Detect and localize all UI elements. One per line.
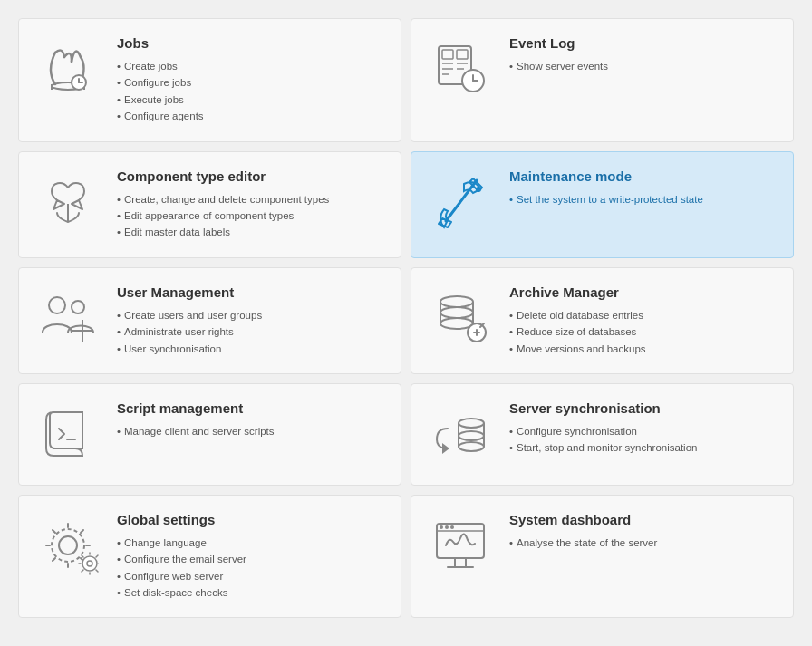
global-settings-items: Change languageConfigure the email serve…: [117, 535, 384, 602]
jobs-items: Create jobsConfigure jobsExecute jobsCon…: [117, 58, 384, 125]
list-item: Show server events: [509, 58, 777, 74]
global-settings-title: Global settings: [117, 512, 384, 527]
jobs-title: Jobs: [117, 35, 384, 51]
list-item: Reduce size of databases: [509, 323, 777, 340]
list-item: Set disk-space checks: [117, 584, 384, 601]
list-item: User synchronisation: [117, 341, 384, 357]
card-script-management[interactable]: Script managementManage client and serve…: [18, 383, 401, 486]
maintenance-mode-title: Maintenance mode: [509, 169, 777, 184]
server-synchronisation-items: Configure synchronisationStart, stop and…: [509, 423, 777, 457]
server-synchronisation-title: Server synchronisation: [509, 400, 777, 416]
list-item: Configure web server: [117, 568, 384, 584]
card-component-type-editor[interactable]: Component type editorCreate, change and …: [18, 151, 401, 258]
svg-point-19: [476, 187, 481, 192]
list-item: Configure synchronisation: [509, 423, 777, 439]
list-item: Edit master data labels: [117, 224, 384, 240]
svg-rect-39: [437, 524, 484, 558]
script-management-icon: [32, 400, 104, 468]
list-item: Execute jobs: [117, 92, 384, 108]
card-global-settings[interactable]: Global settingsChange languageConfigure …: [18, 495, 401, 619]
svg-point-26: [440, 318, 473, 329]
svg-rect-8: [457, 50, 468, 59]
system-dashboard-icon: [424, 512, 497, 580]
maintenance-mode-items: Set the system to a write-protected stat…: [509, 191, 777, 207]
svg-point-24: [440, 296, 473, 307]
archive-manager-title: Archive Manager: [509, 284, 777, 300]
event-log-title: Event Log: [509, 35, 777, 51]
list-item: Create users and user groups: [117, 307, 384, 323]
list-item: Configure the email server: [117, 551, 384, 567]
script-management-content: Script managementManage client and serve…: [117, 400, 384, 439]
card-event-log[interactable]: Event LogShow server events: [411, 18, 794, 142]
maintenance-mode-icon: [424, 169, 497, 236]
list-item: Move versions and backups: [509, 341, 777, 357]
list-item: Start, stop and monitor synchronisation: [509, 439, 777, 456]
event-log-items: Show server events: [509, 58, 777, 74]
svg-point-36: [52, 529, 84, 562]
script-management-title: Script management: [117, 400, 384, 416]
svg-rect-7: [442, 50, 453, 59]
event-log-content: Event LogShow server events: [509, 35, 777, 74]
main-grid: JobsCreate jobsConfigure jobsExecute job…: [18, 18, 794, 618]
event-log-icon: [424, 35, 497, 103]
list-item: Set the system to a write-protected stat…: [509, 191, 777, 207]
svg-point-37: [82, 556, 97, 571]
svg-line-18: [446, 180, 477, 221]
svg-point-35: [59, 536, 77, 554]
card-maintenance-mode[interactable]: Maintenance modeSet the system to a writ…: [411, 151, 794, 258]
user-management-icon: [32, 284, 104, 352]
component-type-editor-items: Create, change and delete component type…: [117, 191, 384, 241]
card-jobs[interactable]: JobsCreate jobsConfigure jobsExecute job…: [18, 18, 401, 142]
svg-point-25: [440, 307, 473, 318]
component-type-editor-icon: [32, 169, 104, 236]
archive-manager-items: Delete old database entriesReduce size o…: [509, 307, 777, 357]
card-system-dashboard[interactable]: System dashboardAnalyse the state of the…: [411, 495, 794, 619]
user-management-items: Create users and user groupsAdministrate…: [117, 307, 384, 357]
svg-point-20: [49, 297, 65, 313]
user-management-content: User ManagementCreate users and user gro…: [117, 284, 384, 357]
svg-point-42: [445, 525, 449, 529]
card-server-synchronisation[interactable]: Server synchronisationConfigure synchron…: [411, 383, 794, 486]
svg-point-33: [459, 442, 484, 451]
list-item: Create, change and delete component type…: [117, 191, 384, 207]
list-item: Configure agents: [117, 108, 384, 124]
svg-point-41: [440, 525, 443, 529]
component-type-editor-title: Component type editor: [117, 169, 384, 184]
system-dashboard-title: System dashboard: [509, 512, 777, 527]
list-item: Create jobs: [117, 58, 384, 74]
component-type-editor-content: Component type editorCreate, change and …: [117, 169, 384, 241]
svg-marker-34: [442, 443, 450, 454]
card-user-management[interactable]: User ManagementCreate users and user gro…: [18, 267, 401, 374]
svg-point-32: [459, 431, 484, 440]
list-item: Edit appearance of component types: [117, 207, 384, 224]
list-item: Manage client and server scripts: [117, 423, 384, 439]
archive-manager-content: Archive ManagerDelete old database entri…: [509, 284, 777, 357]
maintenance-mode-content: Maintenance modeSet the system to a writ…: [509, 169, 777, 207]
list-item: Change language: [117, 535, 384, 551]
list-item: Delete old database entries: [509, 307, 777, 323]
svg-point-43: [450, 525, 454, 529]
global-settings-content: Global settingsChange languageConfigure …: [117, 512, 384, 602]
card-archive-manager[interactable]: Archive ManagerDelete old database entri…: [411, 267, 794, 374]
system-dashboard-content: System dashboardAnalyse the state of the…: [509, 512, 777, 551]
user-management-title: User Management: [117, 284, 384, 300]
list-item: Analyse the state of the server: [509, 535, 777, 551]
archive-manager-icon: [424, 284, 497, 352]
jobs-icon: [32, 35, 104, 103]
server-synchronisation-content: Server synchronisationConfigure synchron…: [509, 400, 777, 457]
global-settings-icon: [32, 512, 104, 580]
system-dashboard-items: Analyse the state of the server: [509, 535, 777, 551]
server-synchronisation-icon: [424, 400, 497, 468]
svg-point-21: [72, 301, 84, 313]
svg-point-31: [459, 419, 484, 428]
script-management-items: Manage client and server scripts: [117, 423, 384, 439]
list-item: Configure jobs: [117, 74, 384, 91]
list-item: Administrate user rights: [117, 323, 384, 340]
jobs-content: JobsCreate jobsConfigure jobsExecute job…: [117, 35, 384, 125]
